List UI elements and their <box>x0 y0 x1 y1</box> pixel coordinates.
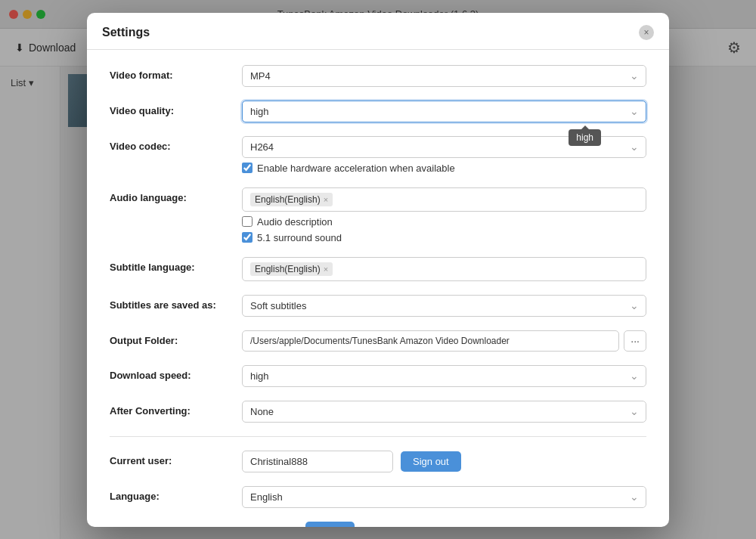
audio-language-chip-text: English(English) <box>255 194 321 205</box>
video-codec-label: Video codec: <box>110 136 242 152</box>
audio-language-label: Audio language: <box>110 187 242 203</box>
subtitle-language-control: English(English) × <box>242 257 646 281</box>
audio-desc-row: Audio description <box>242 216 646 228</box>
subtitle-language-chip: English(English) × <box>250 262 333 276</box>
language-label: Language: <box>110 486 242 502</box>
current-user-control: Sign out <box>242 451 646 472</box>
website-row: Website(Country/Region): amazon.com Sele… <box>110 522 646 527</box>
settings-separator <box>110 436 646 437</box>
modal-overlay: Settings × Video format: MP4 Video quali… <box>0 0 756 539</box>
output-folder-browse-button[interactable]: ··· <box>624 330 646 352</box>
subtitle-language-chip-text: English(English) <box>255 264 321 274</box>
video-quality-row: Video quality: high high <box>110 101 646 122</box>
website-value-row: amazon.com Select <box>242 522 646 527</box>
surround-sound-label: 5.1 surround sound <box>257 232 342 243</box>
after-converting-row: After Converting: None <box>110 401 646 423</box>
hardware-accel-checkbox[interactable] <box>242 163 253 173</box>
subtitles-saved-as-label: Subtitles are saved as: <box>110 295 242 311</box>
dialog-title: Settings <box>102 26 150 39</box>
video-format-select[interactable]: MP4 <box>242 65 646 87</box>
settings-dialog: Settings × Video format: MP4 Video quali… <box>87 13 669 527</box>
website-label: Website(Country/Region): <box>110 522 242 527</box>
subtitles-saved-as-row: Subtitles are saved as: Soft subtitles <box>110 295 646 317</box>
output-folder-control: /Users/apple/Documents/TunesBank Amazon … <box>242 330 646 352</box>
sign-out-button[interactable]: Sign out <box>401 451 461 472</box>
video-quality-select-wrapper: high <box>242 101 646 122</box>
language-select-wrapper: English <box>242 486 646 508</box>
audio-language-control: English(English) × Audio description 5.1… <box>242 187 646 243</box>
after-converting-select[interactable]: None <box>242 401 646 423</box>
audio-desc-label: Audio description <box>257 216 333 228</box>
after-converting-control: None <box>242 401 646 423</box>
language-row: Language: English <box>110 486 646 508</box>
subtitle-language-label: Subtitle language: <box>110 257 242 273</box>
subtitles-saved-as-select[interactable]: Soft subtitles <box>242 295 646 317</box>
hardware-accel-row: Enable hardware acceleration when availa… <box>242 163 646 174</box>
audio-language-chip-remove[interactable]: × <box>324 195 328 204</box>
audio-language-row: Audio language: English(English) × Audio… <box>110 187 646 243</box>
language-control: English <box>242 486 646 508</box>
video-quality-label: Video quality: <box>110 101 242 116</box>
subtitle-language-row: Subtitle language: English(English) × <box>110 257 646 281</box>
website-control: amazon.com Select <box>242 522 646 527</box>
download-speed-select-wrapper: high <box>242 365 646 387</box>
subtitle-language-chip-remove[interactable]: × <box>324 265 328 274</box>
subtitle-language-tag-input[interactable]: English(English) × <box>242 257 646 281</box>
download-speed-select[interactable]: high <box>242 365 646 387</box>
output-folder-row: Output Folder: /Users/apple/Documents/Tu… <box>110 330 646 352</box>
hardware-accel-label: Enable hardware acceleration when availa… <box>257 163 455 174</box>
audio-desc-checkbox[interactable] <box>242 216 253 227</box>
after-converting-select-wrapper: None <box>242 401 646 423</box>
video-format-row: Video format: MP4 <box>110 65 646 87</box>
subtitles-saved-as-control: Soft subtitles <box>242 295 646 317</box>
subtitles-saved-as-select-wrapper: Soft subtitles <box>242 295 646 317</box>
download-speed-row: Download speed: high <box>110 365 646 387</box>
current-user-row: Current user: Sign out <box>110 451 646 472</box>
download-speed-label: Download speed: <box>110 365 242 381</box>
folder-row: /Users/apple/Documents/TunesBank Amazon … <box>242 330 646 352</box>
surround-sound-checkbox[interactable] <box>242 232 253 243</box>
dialog-header: Settings × <box>87 13 669 50</box>
after-converting-label: After Converting: <box>110 401 242 417</box>
select-website-button[interactable]: Select <box>305 522 354 527</box>
video-quality-select[interactable]: high <box>242 101 646 122</box>
video-format-label: Video format: <box>110 65 242 81</box>
video-codec-row: Video codec: H264 Enable hardware accele… <box>110 136 646 174</box>
dialog-body: Video format: MP4 Video quality: high <box>87 50 669 527</box>
current-user-label: Current user: <box>110 451 242 466</box>
audio-language-chip: English(English) × <box>250 193 333 206</box>
output-folder-label: Output Folder: <box>110 330 242 346</box>
current-user-input[interactable] <box>242 451 393 472</box>
output-folder-path: /Users/apple/Documents/TunesBank Amazon … <box>242 330 619 352</box>
dialog-close-button[interactable]: × <box>639 25 654 40</box>
user-row-controls: Sign out <box>242 451 646 472</box>
video-quality-tooltip: high <box>569 129 601 146</box>
language-select[interactable]: English <box>242 486 646 508</box>
video-quality-control: high high <box>242 101 646 122</box>
website-value-text: amazon.com <box>242 525 298 527</box>
audio-language-tag-input[interactable]: English(English) × <box>242 187 646 212</box>
surround-sound-row: 5.1 surround sound <box>242 232 646 243</box>
download-speed-control: high <box>242 365 646 387</box>
video-format-select-wrapper: MP4 <box>242 65 646 87</box>
video-format-control: MP4 <box>242 65 646 87</box>
